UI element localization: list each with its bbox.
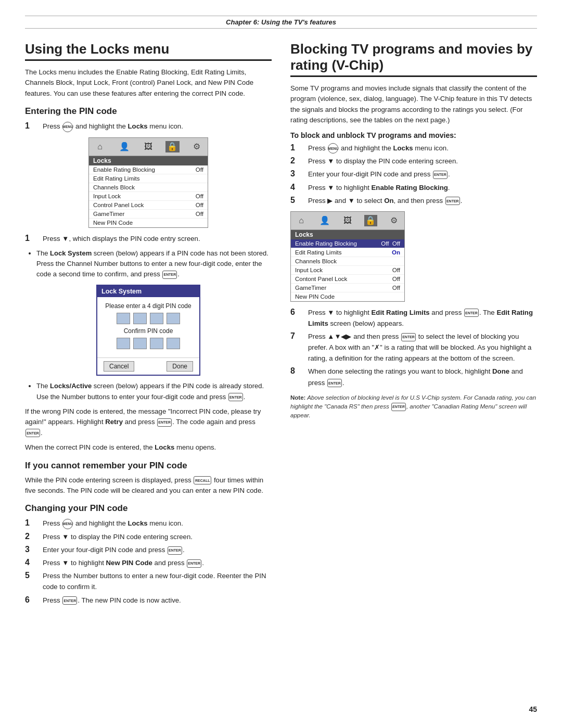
recall-icon: RECALL (194, 476, 211, 484)
done-button[interactable]: Done (167, 361, 193, 372)
locks-row-3: Input LockOff (89, 192, 208, 201)
enter-icon-5: ENTER (168, 546, 182, 555)
entering-pin-steps: Press MENU and highlight the Locks menu … (25, 121, 272, 132)
using-locks-menu-title: Using the Locks menu (25, 41, 272, 61)
enter-icon-12: ENTER (327, 379, 342, 387)
bullet-lock-system: The Lock System screen (below) appears i… (36, 248, 272, 279)
right-column: Blocking TV programs and movies by ratin… (290, 41, 537, 420)
two-column-layout: Using the Locks menu The Locks menu incl… (25, 41, 537, 610)
changing-pin-title: Changing your PIN code (25, 503, 272, 514)
enter-icon-4: ENTER (25, 429, 40, 437)
locks-row-2: Channels Block (89, 183, 208, 192)
block-step-4: Press ▼ to highlight Enable Rating Block… (290, 182, 537, 193)
locks-row-6: New PIN Code (89, 219, 208, 227)
vchip-icon-person: 👤 (318, 215, 330, 226)
vchip-row-1: Edit Rating LimitsOn (291, 248, 404, 257)
chapter-header: Chapter 6: Using the TV's features (25, 16, 537, 29)
using-locks-intro: The Locks menu includes the Enable Ratin… (25, 67, 272, 99)
block-steps-cont: Press ▼ to highlight Edit Rating Limits … (290, 307, 537, 388)
note-block: Note: Above selection of blocking level … (290, 393, 537, 420)
block-step-5-content: Press ▶ and ▼ to select On, and then pre… (308, 195, 462, 206)
change-step-1: Press MENU and highlight the Locks menu … (25, 518, 272, 529)
left-column: Using the Locks menu The Locks menu incl… (25, 41, 272, 610)
lock-dialog-title: Lock System (97, 286, 199, 297)
vchip-icon-settings: ⚙ (388, 215, 400, 226)
menu-icon-picture: 🖼 (142, 141, 155, 152)
changing-pin-steps: Press MENU and highlight the Locks menu … (25, 518, 272, 605)
menu-icon-lock: 🔒 (165, 141, 179, 152)
vchip-row-0: Enable Rating BlockingOff Off (291, 239, 404, 248)
enter-icon-8: ENTER (433, 171, 448, 179)
change-step-4: Press ▼ to highlight New PIN Code and pr… (25, 557, 272, 568)
block-step-7-content: Press ▲▼◀▶ and then press ENTER to selec… (308, 331, 537, 364)
menu-icons-row: ⌂ 👤 🖼 🔒 ⚙ (89, 138, 208, 156)
change-step-3-content: Enter your four-digit PIN code and press… (43, 544, 185, 555)
lock-system-bold: Lock System (50, 249, 92, 257)
bullet-locks-active: The Locks/Active screen (below) appears … (36, 381, 272, 402)
vchip-menu-title-bar: Locks (291, 230, 404, 239)
cannot-remember-body: While the PIN code entering screen is di… (25, 475, 272, 496)
block-step-8: When done selecting the ratings you want… (290, 366, 537, 388)
pin-box-1 (117, 313, 130, 324)
menu-icon-home: ⌂ (93, 141, 107, 152)
block-step-2: Press ▼ to display the PIN code entering… (290, 156, 537, 167)
entering-pin-title: Entering the PIN code (25, 106, 272, 117)
vchip-row-2: Channels Block (291, 257, 404, 266)
locks-active-bullet: The Locks/Active screen (below) appears … (25, 381, 272, 402)
locks-menu-title-bar: Locks (89, 156, 208, 165)
menu-icon-3: MENU (328, 143, 338, 154)
pin-confirm-box-1 (117, 338, 130, 349)
block-step-6: Press ▼ to highlight Edit Rating Limits … (290, 307, 537, 329)
vchip-icon-home: ⌂ (295, 215, 308, 226)
entering-step-2-list: Press ▼, which displays the PIN code ent… (25, 233, 272, 244)
block-step-7: Press ▲▼◀▶ and then press ENTER to selec… (290, 331, 537, 364)
block-step-1: Press MENU and highlight the Locks menu … (290, 143, 537, 154)
block-step-2-content: Press ▼ to display the PIN code entering… (308, 156, 458, 167)
page-number: 45 (529, 705, 537, 713)
vchip-row-5: GameTimerOff (291, 284, 404, 292)
block-step-3: Enter your four-digit PIN code and press… (290, 169, 537, 180)
enter-icon-1: ENTER (162, 271, 177, 279)
pin-box-2 (133, 313, 147, 324)
block-step-5: Press ▶ and ▼ to select On, and then pre… (290, 195, 537, 206)
change-step-6-content: Press ENTER. The new PIN code is now act… (43, 595, 181, 606)
enter-icon-2: ENTER (228, 393, 243, 401)
lock-dialog-prompt: Please enter a 4 digit PIN code (104, 302, 193, 310)
enter-icon-13: ENTER (391, 403, 406, 411)
locks-menu-ref: Locks (155, 443, 174, 451)
cannot-remember-title: If you cannot remember your PIN code (25, 461, 272, 471)
block-step-1-content: Press MENU and highlight the Locks menu … (308, 143, 449, 154)
block-step-8-content: When done selecting the ratings you want… (308, 366, 537, 388)
enter-icon-6: ENTER (187, 559, 201, 568)
enter-icon-11: ENTER (401, 333, 416, 341)
chapter-header-text: Chapter 6: Using the TV's features (226, 18, 336, 26)
locks-menu-screenshot: ⌂ 👤 🖼 🔒 ⚙ Locks Enable Rating BlockingOf… (88, 137, 208, 228)
block-step-4-content: Press ▼ to highlight Enable Rating Block… (308, 182, 450, 193)
block-unblock-title: To block and unblock TV programs and mov… (290, 131, 537, 139)
change-step-5-content: Press the Number buttons to enter a new … (43, 570, 272, 592)
menu-icon-settings: ⚙ (190, 141, 203, 152)
enter-icon-3: ENTER (157, 418, 172, 427)
lock-system-bullets: The Lock System screen (below) appears i… (25, 248, 272, 279)
vchip-icon-lock: 🔒 (364, 215, 377, 226)
page: Chapter 6: Using the TV's features Using… (0, 0, 562, 728)
vchip-icon-picture: 🖼 (341, 215, 354, 226)
entering-step-2: Press ▼, which displays the PIN code ent… (25, 233, 272, 244)
enter-icon-9: ENTER (445, 197, 460, 205)
pin-box-3 (150, 313, 163, 324)
step-2-content: Press ▼, which displays the PIN code ent… (43, 233, 200, 244)
locks-row-0: Enable Rating BlockingOff (89, 165, 208, 174)
lock-dialog-body: Please enter a 4 digit PIN code Confirm … (97, 297, 199, 357)
vchip-menu-screenshot: ⌂ 👤 🖼 🔒 ⚙ Locks Enable Rating BlockingOf… (290, 211, 405, 302)
lock-dialog-confirm-label: Confirm PIN code (104, 327, 193, 335)
blocking-tv-intro: Some TV programs and movies include sign… (290, 83, 537, 126)
vchip-icons-row: ⌂ 👤 🖼 🔒 ⚙ (291, 212, 404, 230)
menu-icon-person: 👤 (117, 141, 131, 152)
entering-step-1: Press MENU and highlight the Locks menu … (25, 121, 272, 132)
menu-icon-2: MENU (62, 519, 73, 529)
pin-confirm-box-4 (167, 338, 180, 349)
menu-icon-1: MENU (62, 122, 73, 132)
blocking-tv-title: Blocking TV programs and movies by ratin… (290, 41, 537, 77)
pin-confirm-box-3 (150, 338, 163, 349)
cancel-button[interactable]: Cancel (104, 361, 134, 372)
